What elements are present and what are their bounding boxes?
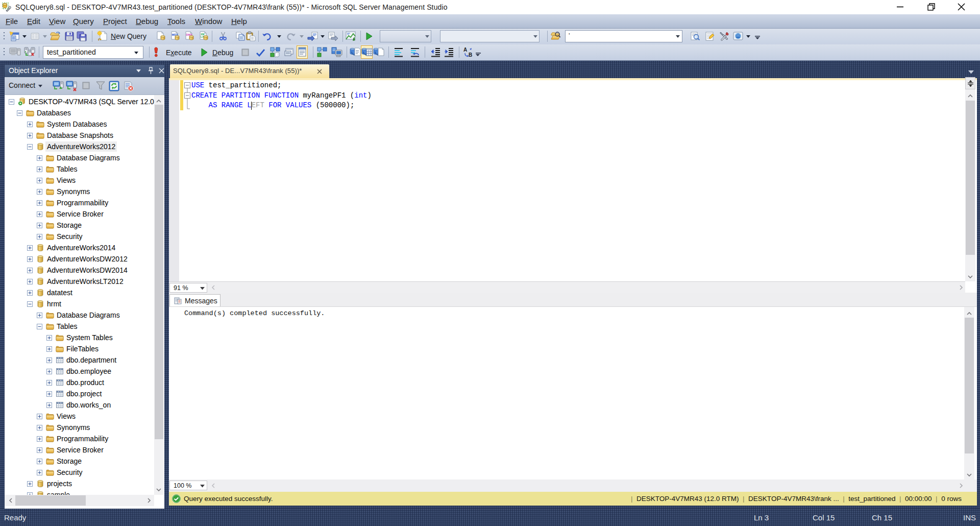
svg-text:A: A <box>463 47 467 53</box>
svg-text:B: B <box>469 52 472 58</box>
